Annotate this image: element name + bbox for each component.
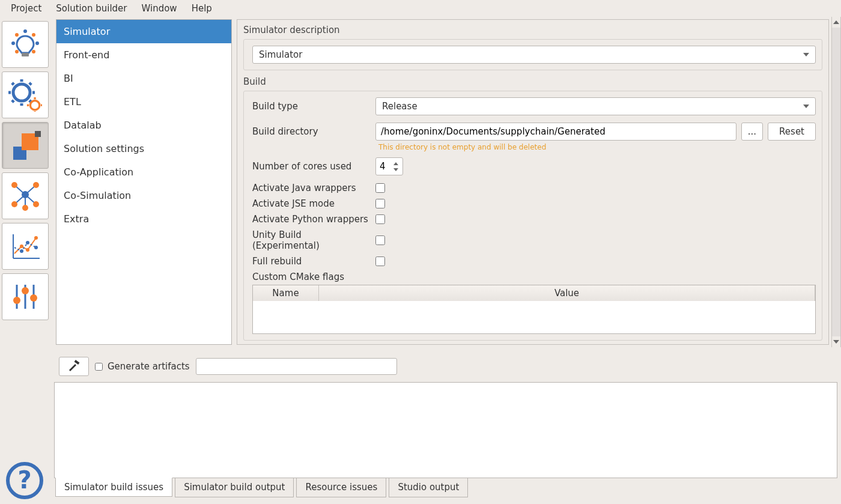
svg-point-4 [35,41,39,45]
full-rebuild-checkbox[interactable] [375,257,385,266]
line-chart-icon [8,229,42,263]
generate-artifacts-check[interactable]: Generate artifacts [95,361,190,372]
svg-point-31 [11,182,17,188]
python-wrappers-checkbox[interactable] [375,214,385,224]
jse-mode-label: Activate JSE mode [252,198,369,209]
build-directory-input[interactable] [375,123,736,141]
svg-point-42 [26,241,29,244]
svg-point-34 [33,201,39,207]
svg-point-32 [33,182,39,188]
python-wrappers-label: Activate Python wrappers [252,214,369,225]
svg-point-2 [32,33,35,37]
build-type-value: Release [382,101,417,112]
simulator-description-title: Simulator description [243,25,822,35]
svg-rect-50 [74,360,80,365]
sidebar-item-co-application[interactable]: Co-Application [56,160,231,184]
unity-build-label: Unity Build (Experimental) [252,229,369,251]
triangle-down-icon [833,340,839,344]
svg-point-38 [20,244,23,248]
sliders-icon [8,280,42,314]
svg-line-15 [12,100,14,102]
sidebar-list: Simulator Front-end BI ETL Datalab Solut… [56,19,232,345]
sidebar-item-frontend[interactable]: Front-end [56,43,231,67]
svg-rect-7 [22,53,29,56]
tool-settings[interactable] [2,71,49,118]
sidebar-item-co-simulation[interactable]: Co-Simulation [56,184,231,207]
lightbulb-icon [8,28,42,61]
squares-icon [8,129,42,162]
cmake-col-name[interactable]: Name [253,285,319,301]
svg-point-3 [11,41,15,45]
build-button[interactable] [59,357,89,376]
simulator-description-combo[interactable]: Simulator [252,46,816,64]
help-button[interactable]: ? [2,458,47,503]
build-type-label: Build type [252,101,369,112]
cmake-table-body[interactable] [253,301,815,333]
tool-lightbulb[interactable] [2,21,49,68]
scroll-down-button[interactable] [832,336,840,347]
tool-chart[interactable] [2,223,49,270]
jse-mode-checkbox[interactable] [375,199,385,208]
svg-point-1 [15,33,19,37]
spin-up-icon[interactable] [392,160,400,166]
svg-point-0 [23,29,27,33]
tool-builder[interactable] [2,122,49,169]
tab-resource-issues[interactable]: Resource issues [296,478,386,497]
cores-value[interactable] [376,161,392,172]
scroll-up-button[interactable] [832,17,840,28]
tab-simulator-build-issues[interactable]: Simulator build issues [55,478,172,497]
icon-toolbar [0,17,52,347]
form-scrollbar[interactable] [831,17,841,347]
svg-point-41 [20,249,23,253]
tool-sliders[interactable] [2,273,49,320]
menu-project[interactable]: Project [4,1,49,16]
tab-simulator-build-output[interactable]: Simulator build output [175,478,294,497]
svg-point-17 [30,101,39,110]
reset-button[interactable]: Reset [768,123,816,141]
unity-build-checkbox[interactable] [375,235,385,245]
build-type-combo[interactable]: Release [375,97,816,115]
svg-point-5 [15,50,19,53]
cores-spinbox[interactable] [375,157,403,175]
svg-point-33 [11,201,17,207]
sidebar-item-solution-settings[interactable]: Solution settings [56,137,231,160]
simulator-description-value: Simulator [259,49,302,60]
spin-down-icon[interactable] [392,166,400,172]
bottom-tabs: Simulator build issues Simulator build o… [0,478,841,497]
svg-point-47 [13,297,20,304]
menu-window[interactable]: Window [134,1,184,16]
svg-point-6 [32,50,35,53]
svg-point-49 [30,294,37,302]
graph-icon [8,179,42,213]
form-panel: Simulator description Simulator Build Bu… [234,17,831,347]
output-area[interactable] [54,382,837,478]
cmake-col-value[interactable]: Value [319,285,815,301]
generate-artifacts-checkbox[interactable] [95,363,103,371]
hammer-icon [67,360,80,373]
build-directory-label: Build directory [252,126,369,137]
menu-help[interactable]: Help [184,1,219,16]
generate-artifacts-input[interactable] [196,358,397,375]
menu-solution-builder[interactable]: Solution builder [49,1,134,16]
sidebar-item-bi[interactable]: BI [56,67,231,90]
build-title: Build [243,76,822,87]
scrollbar-track[interactable] [832,28,840,336]
build-directory-warning: This directory is not empty and will be … [378,143,816,151]
sidebar-item-etl[interactable]: ETL [56,90,231,114]
svg-line-13 [12,83,14,85]
browse-button[interactable]: ... [741,123,763,141]
tab-studio-output[interactable]: Studio output [389,478,468,497]
java-wrappers-checkbox[interactable] [375,183,385,193]
tool-graph[interactable] [2,172,49,219]
svg-line-16 [29,83,31,85]
help-icon: ? [5,461,44,500]
bottom-toolbar: Generate artifacts [0,347,841,382]
sidebar-item-datalab[interactable]: Datalab [56,114,231,137]
full-rebuild-label: Full rebuild [252,256,369,267]
sidebar-item-simulator[interactable]: Simulator [56,20,231,43]
sidebar-item-extra[interactable]: Extra [56,207,231,231]
cmake-flags-label: Custom CMake flags [252,272,816,282]
main-area: Simulator Front-end BI ETL Datalab Solut… [0,17,841,347]
cores-label: Number of cores used [252,161,369,172]
svg-point-8 [13,84,30,101]
